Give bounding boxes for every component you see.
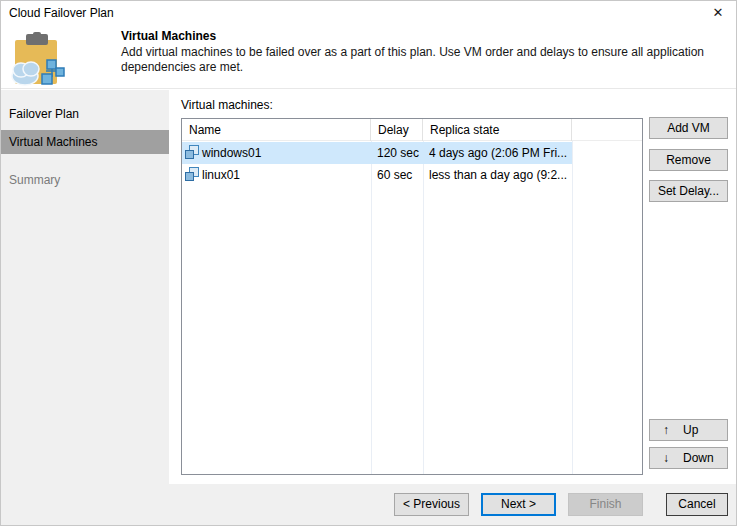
down-label: Down: [683, 448, 714, 468]
vm-delay: 60 sec: [377, 164, 423, 186]
finish-button: Finish: [568, 493, 643, 516]
up-arrow-icon: ↑: [663, 420, 669, 440]
sidebar-item-failover-plan[interactable]: Failover Plan: [1, 102, 169, 126]
next-button[interactable]: Next >: [481, 493, 556, 516]
vm-icon: [185, 144, 199, 164]
step-description: Add virtual machines to be failed over a…: [121, 45, 733, 75]
wizard-footer: < Previous Next > Finish Cancel: [1, 484, 737, 525]
close-icon[interactable]: ✕: [709, 4, 727, 22]
column-divider: [423, 141, 424, 474]
up-label: Up: [683, 420, 698, 440]
title-bar: Cloud Failover Plan ✕: [1, 1, 736, 27]
column-header-name[interactable]: Name: [182, 119, 371, 141]
table-row-windows01[interactable]: windows01 120 sec 4 days ago (2:06 PM Fr…: [182, 142, 572, 164]
vm-delay: 120 sec: [377, 142, 423, 164]
wizard-steps-sidebar: Failover Plan Virtual Machines Summary: [1, 90, 169, 484]
column-divider: [371, 141, 372, 474]
column-divider: [572, 141, 573, 474]
vm-name: windows01: [202, 146, 261, 160]
window-title: Cloud Failover Plan: [9, 6, 114, 20]
previous-button[interactable]: < Previous: [394, 493, 469, 516]
main-panel: Virtual machines: Name Delay Replica sta…: [171, 90, 737, 484]
vm-replica-state: less than a day ago (9:2...: [429, 164, 571, 186]
sidebar-item-virtual-machines[interactable]: Virtual Machines: [1, 130, 169, 154]
step-title: Virtual Machines: [121, 29, 216, 43]
vm-list-label: Virtual machines:: [181, 98, 273, 112]
down-arrow-icon: ↓: [663, 448, 669, 468]
add-vm-button[interactable]: Add VM: [649, 117, 728, 139]
column-header-replica-state[interactable]: Replica state: [423, 119, 572, 141]
table-row-linux01[interactable]: linux01 60 sec less than a day ago (9:2.…: [182, 164, 572, 186]
set-delay-button[interactable]: Set Delay...: [649, 180, 728, 202]
wizard-header: Virtual Machines Add virtual machines to…: [1, 27, 736, 89]
vm-name: linux01: [202, 168, 240, 182]
vm-table-header: Name Delay Replica state: [182, 119, 642, 141]
vm-icon: [185, 166, 199, 186]
cloud-failover-plan-dialog: Cloud Failover Plan ✕: [0, 0, 737, 526]
failover-plan-clipboard-icon: [9, 32, 65, 88]
sidebar-item-summary[interactable]: Summary: [1, 168, 169, 192]
wizard-body: Failover Plan Virtual Machines Summary V…: [1, 90, 737, 484]
move-down-button[interactable]: ↓ Down: [649, 447, 728, 469]
column-header-delay[interactable]: Delay: [371, 119, 423, 141]
move-up-button[interactable]: ↑ Up: [649, 419, 728, 441]
vm-table: Name Delay Replica state windows0: [181, 118, 643, 475]
remove-button[interactable]: Remove: [649, 149, 728, 171]
cancel-button[interactable]: Cancel: [666, 493, 728, 516]
vm-replica-state: 4 days ago (2:06 PM Fri...: [429, 142, 571, 164]
